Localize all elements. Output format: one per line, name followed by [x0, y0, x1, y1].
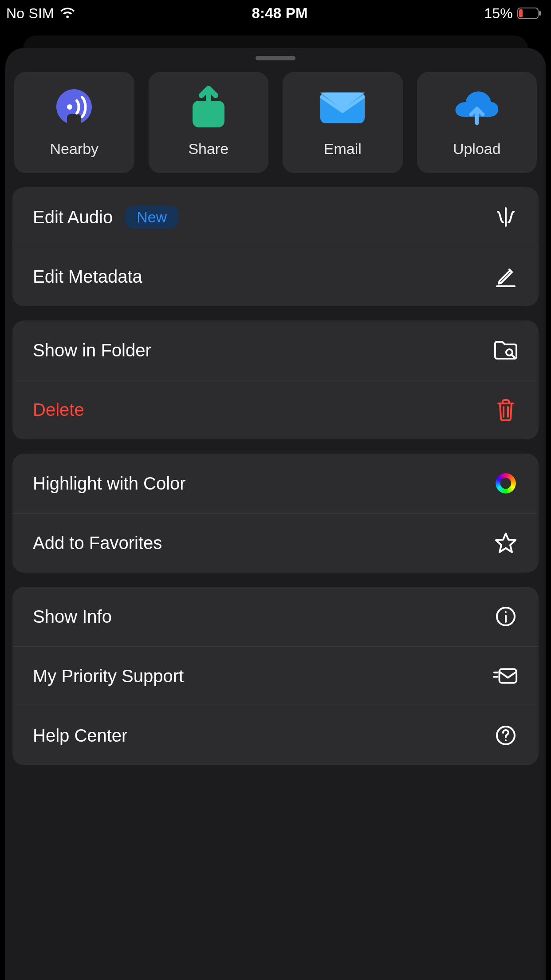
action-sheet: Nearby Share Email — [5, 48, 546, 980]
nearby-icon — [52, 88, 96, 128]
sheet-backdrop — [23, 36, 528, 49]
tile-label: Upload — [453, 140, 501, 158]
row-text: Show in Folder — [33, 340, 151, 360]
svg-point-11 — [505, 739, 507, 741]
upload-icon — [455, 88, 499, 128]
svg-rect-9 — [500, 669, 517, 683]
svg-point-8 — [505, 611, 507, 613]
row-help-center[interactable]: Help Center — [12, 706, 539, 765]
folder-search-icon — [493, 338, 518, 363]
row-delete[interactable]: Delete — [12, 380, 539, 439]
row-show-in-folder[interactable]: Show in Folder — [12, 320, 539, 380]
row-text: Add to Favorites — [33, 533, 162, 553]
row-text: Delete — [33, 400, 84, 420]
fast-mail-icon — [493, 664, 518, 688]
row-text: Help Center — [33, 726, 127, 746]
row-text: Edit Metadata — [33, 267, 142, 287]
row-priority-support[interactable]: My Priority Support — [12, 646, 539, 706]
star-icon — [493, 530, 518, 555]
battery-icon — [517, 8, 542, 19]
sheet-grabber[interactable] — [256, 56, 295, 60]
tile-email[interactable]: Email — [283, 72, 403, 173]
info-icon — [493, 604, 518, 629]
svg-rect-2 — [539, 11, 541, 16]
carrier-label: No SIM — [6, 5, 54, 22]
row-text: Edit Audio — [33, 207, 113, 227]
row-edit-audio[interactable]: Edit Audio New — [12, 187, 539, 247]
clock: 8:48 PM — [252, 5, 308, 22]
tile-label: Email — [324, 140, 362, 158]
tile-label: Share — [188, 140, 228, 158]
status-bar: No SIM 8:48 PM 15% — [0, 0, 551, 27]
row-text: Show Info — [33, 607, 112, 627]
share-icon — [186, 88, 231, 128]
tile-upload[interactable]: Upload — [417, 72, 537, 173]
wifi-icon — [60, 8, 75, 19]
row-show-info[interactable]: Show Info — [12, 587, 539, 646]
color-ring-icon — [493, 471, 518, 496]
tile-nearby[interactable]: Nearby — [14, 72, 134, 173]
battery-percent: 15% — [484, 5, 513, 22]
svg-rect-1 — [519, 9, 523, 17]
row-highlight-color[interactable]: Highlight with Color — [12, 454, 539, 513]
row-text: My Priority Support — [33, 666, 184, 686]
tile-label: Nearby — [50, 140, 98, 158]
row-add-favorite[interactable]: Add to Favorites — [12, 513, 539, 573]
pencil-icon — [493, 264, 518, 289]
group-appearance: Highlight with Color Add to Favorites — [12, 454, 539, 573]
row-text: Highlight with Color — [33, 474, 186, 494]
svg-point-3 — [67, 104, 72, 110]
trash-icon — [493, 397, 518, 422]
group-folder: Show in Folder Delete — [12, 320, 539, 439]
group-info: Show Info My Priority Support — [12, 587, 539, 765]
tile-share[interactable]: Share — [149, 72, 269, 173]
email-icon — [320, 88, 365, 128]
row-edit-metadata[interactable]: Edit Metadata — [12, 247, 539, 306]
badge-new: New — [125, 206, 178, 229]
question-icon — [493, 723, 518, 748]
group-edit: Edit Audio New Edit Metadata — [12, 187, 539, 306]
waveform-icon — [493, 205, 518, 229]
